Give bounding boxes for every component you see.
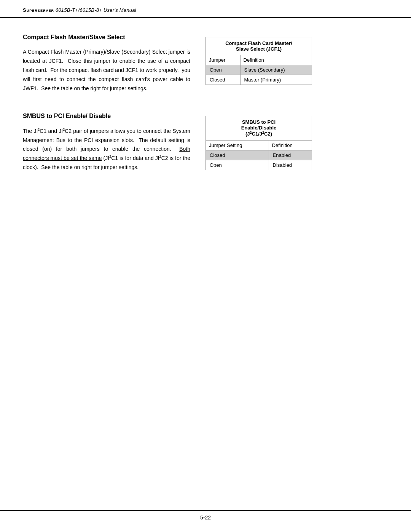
table2-header: SMBUS to PCIEnable/Disable(J2C1/J2C2)	[206, 116, 312, 140]
section1-text: Compact Flash Master/Slave Select A Comp…	[23, 33, 190, 93]
section1-body: A Compact Flash Master (Primary)/Slave (…	[23, 48, 190, 93]
section1-table-container: Compact Flash Card Master/Slave Select (…	[206, 33, 312, 93]
page: Superserver 6015B-T+/6015B-8+ User's Man…	[0, 0, 411, 532]
table2-col-headers: Jumper Setting Definition	[206, 140, 312, 150]
page-header: Superserver 6015B-T+/6015B-8+ User's Man…	[0, 0, 411, 18]
table2-row2-col2: Disabled	[269, 160, 312, 170]
table-row: Open Disabled	[206, 160, 312, 170]
table1-row2-col2: Master (Primary)	[240, 75, 312, 85]
header-model: 6015B-T+/6015B-8+ User's Manual	[56, 7, 136, 13]
smbus-table: SMBUS to PCIEnable/Disable(J2C1/J2C2) Ju…	[206, 116, 312, 170]
main-content: Compact Flash Master/Slave Select A Comp…	[0, 18, 411, 214]
section2-table-container: SMBUS to PCIEnable/Disable(J2C1/J2C2) Ju…	[206, 112, 312, 172]
compact-flash-table: Compact Flash Card Master/Slave Select (…	[206, 37, 312, 85]
table2-col2-header: Definition	[269, 140, 312, 150]
table2-row1-col1: Closed	[206, 150, 269, 160]
table2-row2-col1: Open	[206, 160, 269, 170]
section-compact-flash: Compact Flash Master/Slave Select A Comp…	[23, 33, 388, 93]
section2-body: The JI2C1 and JI2C2 pair of jumpers allo…	[23, 127, 190, 172]
table1-col2-header: Definition	[240, 55, 312, 65]
table-row: Closed Master (Primary)	[206, 75, 312, 85]
page-number: 5-22	[200, 514, 211, 521]
table2-col1-header: Jumper Setting	[206, 140, 269, 150]
section2-title: SMBUS to PCI Enable/ Disable	[23, 112, 190, 120]
section-smbus: SMBUS to PCI Enable/ Disable The JI2C1 a…	[23, 112, 388, 172]
table-row: Open Slave (Secondary)	[206, 65, 312, 75]
table1-row2-col1: Closed	[206, 75, 241, 85]
table1-col-headers: Jumper Definition	[206, 55, 312, 65]
table1-row1-col1: Open	[206, 65, 241, 75]
table1-header: Compact Flash Card Master/Slave Select (…	[206, 37, 312, 55]
table2-row1-col2: Enabled	[269, 150, 312, 160]
underline-text: Both connectors must be set the same	[23, 146, 190, 161]
header-text: Superserver 6015B-T+/6015B-8+ User's Man…	[23, 7, 136, 13]
section2-text: SMBUS to PCI Enable/ Disable The JI2C1 a…	[23, 112, 190, 172]
table1-row1-col2: Slave (Secondary)	[240, 65, 312, 75]
page-footer: 5-22	[0, 510, 411, 521]
brand-name: Superserver	[23, 7, 54, 13]
table1-col1-header: Jumper	[206, 55, 241, 65]
section1-title: Compact Flash Master/Slave Select	[23, 33, 190, 42]
table-row: Closed Enabled	[206, 150, 312, 160]
